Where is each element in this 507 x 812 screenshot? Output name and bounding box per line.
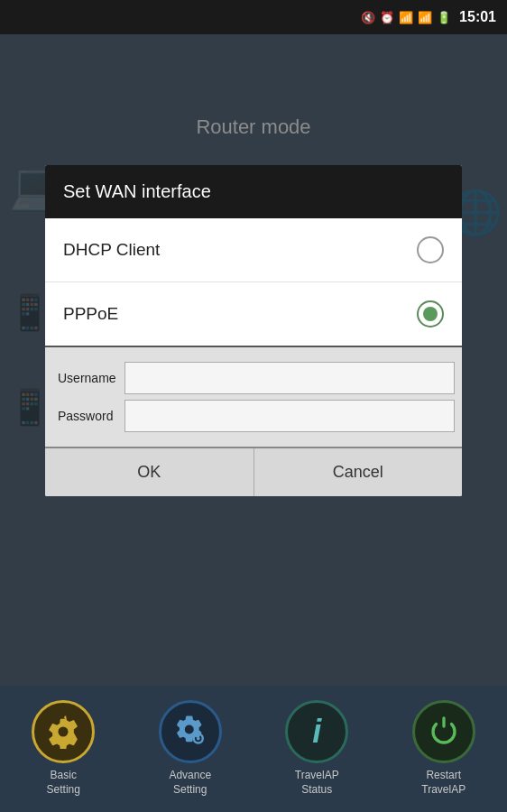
basic-gear-icon <box>46 715 80 749</box>
username-input[interactable] <box>124 362 455 394</box>
svg-point-1 <box>197 737 200 741</box>
restart-travelap-label: RestartTravelAP <box>421 769 466 797</box>
cancel-button[interactable]: Cancel <box>254 448 463 496</box>
nav-basic-setting[interactable]: BasicSetting <box>32 700 95 797</box>
username-label: Username <box>52 366 124 390</box>
info-icon: i <box>312 713 321 751</box>
pppoe-radio[interactable] <box>417 300 444 328</box>
advance-setting-icon-circle[interactable] <box>159 700 222 763</box>
password-label: Password <box>52 404 124 428</box>
fields-section: Username Password <box>45 346 462 447</box>
basic-setting-label: BasicSetting <box>47 769 80 797</box>
alarm-icon: ⏰ <box>380 11 394 24</box>
password-row: Password <box>52 400 455 432</box>
pppoe-label: PPPoE <box>63 304 118 324</box>
dialog-body: DHCP Client PPPoE <box>45 218 462 346</box>
restart-icon-circle[interactable] <box>412 700 475 763</box>
status-icons: 🔇 ⏰ 📶 📶 🔋 15:01 <box>361 9 496 25</box>
ok-button[interactable]: OK <box>45 448 254 496</box>
dhcp-label: DHCP Client <box>63 240 160 260</box>
password-input[interactable] <box>124 400 455 432</box>
username-row: Username <box>52 362 455 394</box>
nav-travelap-status[interactable]: i TravelAPStatus <box>285 700 348 797</box>
dhcp-option[interactable]: DHCP Client <box>45 218 462 282</box>
set-wan-dialog: Set WAN interface DHCP Client PPPoE User… <box>45 165 462 496</box>
pppoe-option[interactable]: PPPoE <box>45 282 462 346</box>
signal-icon: 📶 <box>418 11 432 24</box>
nav-restart-travelap[interactable]: RestartTravelAP <box>412 700 475 797</box>
mute-icon: 🔇 <box>361 11 375 24</box>
wifi-icon: 📶 <box>399 11 413 24</box>
travelap-icon-circle[interactable]: i <box>285 700 348 763</box>
dialog-buttons: OK Cancel <box>45 447 462 496</box>
travelap-status-label: TravelAPStatus <box>295 769 339 797</box>
status-time: 15:01 <box>459 9 496 25</box>
dhcp-radio[interactable] <box>417 236 444 263</box>
battery-icon: 🔋 <box>437 11 451 24</box>
main-area: Router mode 💻 📱 📱 🌐 Set WAN interface DH… <box>0 34 507 686</box>
basic-setting-icon-circle[interactable] <box>32 700 95 763</box>
advance-setting-label: AdvanceSetting <box>169 769 211 797</box>
advance-gear-icon <box>172 714 208 750</box>
nav-advance-setting[interactable]: AdvanceSetting <box>159 700 222 797</box>
power-icon <box>428 715 460 748</box>
dialog-title: Set WAN interface <box>45 165 462 218</box>
status-bar: 🔇 ⏰ 📶 📶 🔋 15:01 <box>0 0 507 34</box>
bottom-nav: BasicSetting AdvanceSetting i TravelAPSt… <box>0 686 507 812</box>
